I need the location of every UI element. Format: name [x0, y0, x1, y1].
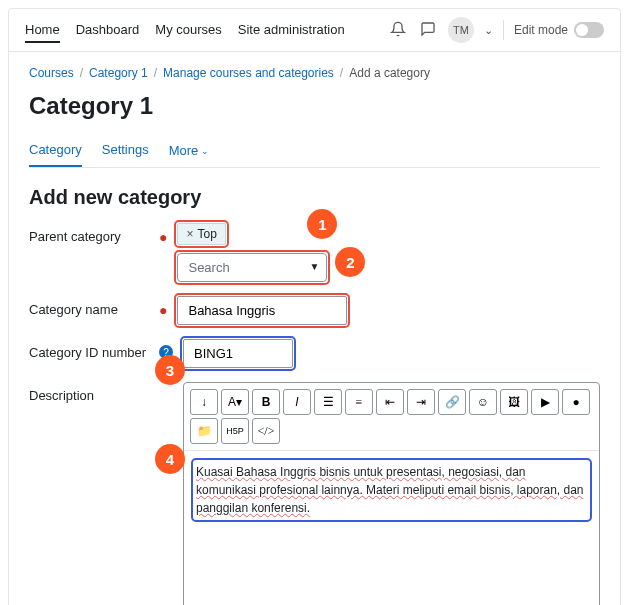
nav-my-courses[interactable]: My courses [155, 18, 221, 43]
description-label: Description [29, 388, 94, 403]
parent-category-label: Parent category [29, 229, 121, 244]
chevron-down-icon[interactable]: ⌄ [484, 24, 493, 37]
callout-1: 1 [307, 209, 337, 239]
nav-site-admin[interactable]: Site administration [238, 18, 345, 43]
category-id-input[interactable] [183, 339, 293, 368]
tab-more[interactable]: More⌄ [169, 134, 210, 167]
remove-tag-icon[interactable]: × [186, 227, 193, 241]
toolbar-bullet-list-icon[interactable]: ☰ [314, 389, 342, 415]
toolbar-outdent-icon[interactable]: ⇥ [407, 389, 435, 415]
toolbar-indent-icon[interactable]: ⇤ [376, 389, 404, 415]
description-editor: ↓ A▾ B I ☰ ≡ ⇤ ⇥ 🔗 ☺ 🖼 ▶ ● 📁 [183, 382, 600, 605]
user-avatar[interactable]: TM [448, 17, 474, 43]
toolbar-h5p-icon[interactable]: H5P [221, 418, 249, 444]
toolbar-files-icon[interactable]: 📁 [190, 418, 218, 444]
toolbar-html-icon[interactable]: </> [252, 418, 280, 444]
top-navigation: Home Dashboard My courses Site administr… [9, 9, 620, 52]
callout-2: 2 [335, 247, 365, 277]
page-title: Category 1 [29, 92, 600, 120]
callout-3: 3 [155, 355, 185, 385]
parent-category-search[interactable]: Search [177, 253, 327, 282]
edit-mode-toggle[interactable] [574, 22, 604, 38]
bell-icon[interactable] [388, 19, 408, 42]
breadcrumb-current: Add a category [349, 66, 430, 80]
toolbar-link-icon[interactable]: 🔗 [438, 389, 466, 415]
tab-settings[interactable]: Settings [102, 134, 149, 167]
callout-4: 4 [155, 444, 185, 474]
toolbar-image-icon[interactable]: 🖼 [500, 389, 528, 415]
toolbar-italic-icon[interactable]: I [283, 389, 311, 415]
category-id-label: Category ID number [29, 345, 146, 360]
required-icon: ● [159, 296, 167, 318]
description-textarea[interactable]: Kuasai Bahasa Inggris bisnis untuk prese… [184, 451, 599, 605]
breadcrumb-category1[interactable]: Category 1 [89, 66, 148, 80]
edit-mode-label: Edit mode [514, 23, 568, 37]
toolbar-video-icon[interactable]: ▶ [531, 389, 559, 415]
form-heading: Add new category [29, 186, 600, 209]
parent-category-tag[interactable]: × Top [177, 223, 225, 245]
toolbar-expand-icon[interactable]: ↓ [190, 389, 218, 415]
chat-icon[interactable] [418, 19, 438, 42]
toolbar-paragraph-icon[interactable]: A▾ [221, 389, 249, 415]
breadcrumb-courses[interactable]: Courses [29, 66, 74, 80]
toolbar-record-icon[interactable]: ● [562, 389, 590, 415]
category-name-input[interactable] [177, 296, 347, 325]
toolbar-emoji-icon[interactable]: ☺ [469, 389, 497, 415]
required-icon: ● [159, 223, 167, 245]
secondary-tabs: Category Settings More⌄ [29, 134, 600, 168]
toolbar-bold-icon[interactable]: B [252, 389, 280, 415]
toolbar-number-list-icon[interactable]: ≡ [345, 389, 373, 415]
editor-toolbar: ↓ A▾ B I ☰ ≡ ⇤ ⇥ 🔗 ☺ 🖼 ▶ ● 📁 [184, 383, 599, 451]
tab-category[interactable]: Category [29, 134, 82, 167]
category-name-label: Category name [29, 302, 118, 317]
nav-dashboard[interactable]: Dashboard [76, 18, 140, 43]
nav-home[interactable]: Home [25, 18, 60, 43]
breadcrumb-manage[interactable]: Manage courses and categories [163, 66, 334, 80]
breadcrumb: Courses / Category 1 / Manage courses an… [29, 66, 600, 80]
